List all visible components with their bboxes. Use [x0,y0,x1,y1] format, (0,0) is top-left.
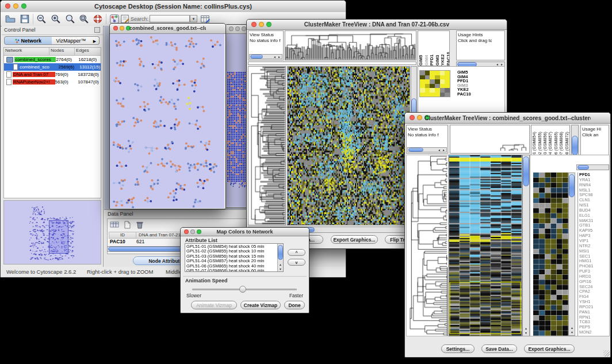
matrix-cell[interactable] [420,79,425,84]
network-tree-row[interactable]: combined_sco2569(6)13112(15) [4,63,101,71]
matrix-cell[interactable] [420,88,425,93]
minimize-button[interactable] [259,22,264,27]
network-tree-row[interactable]: RNAPuberNov2+!563(0)107847(0) [4,78,101,86]
close-button[interactable] [184,229,189,234]
minimize-button[interactable] [235,26,240,31]
tv2-save-data-button[interactable]: Save Data... [481,344,517,353]
col-header-nodes[interactable]: Nodes [49,48,75,55]
close-button[interactable] [5,3,10,9]
matrix-cell[interactable] [420,75,425,80]
new-attribute-icon[interactable] [123,220,133,231]
matrix-cell[interactable] [435,93,440,97]
column-label[interactable]: PAC10 [446,31,450,66]
network-view-titlebar[interactable]: combined_scores_good.txt--cluste... [110,24,225,34]
help-lifebuoy-icon[interactable] [93,14,103,24]
tv2-global-heatmap[interactable] [449,155,522,336]
matrix-cell[interactable] [425,84,430,89]
matrix-cell[interactable] [430,71,435,75]
network-canvas[interactable] [110,34,224,208]
delete-attribute-icon[interactable] [135,220,146,231]
matrix-cell[interactable] [430,79,435,84]
network-tree-row[interactable]: combined_scores2764(0)16218(0) [4,56,101,63]
column-label[interactable]: GIM3 [435,31,441,66]
zoom-fit-icon[interactable] [65,14,75,24]
float-panel-icon[interactable] [94,27,100,33]
attribute-list-scrollbar[interactable]: ▴▾ [277,244,283,271]
open-file-icon[interactable] [5,14,16,24]
matrix-cell[interactable] [445,79,450,84]
resize-grip[interactable] [603,350,610,357]
tv1-zoom-matrix[interactable] [419,70,450,97]
matrix-cell[interactable] [425,93,430,97]
zoom-selected-icon[interactable] [79,14,89,24]
tv2-zoom-vscrollbar[interactable]: ▴▾ [568,173,575,336]
tv2-export-graphics-button[interactable]: Export Graphics... [524,344,575,353]
tv2-genelist-hscrollbar[interactable] [576,164,609,170]
matrix-cell[interactable] [440,88,445,93]
tab-overflow-button[interactable]: ▶ [90,36,100,45]
dp-col-id[interactable]: ID [109,232,136,238]
column-label[interactable]: GIM4 [424,31,430,66]
matrix-cell[interactable] [425,88,430,93]
col-header-network[interactable]: Network [4,48,49,55]
matrix-cell[interactable] [440,79,445,84]
minimize-button[interactable] [13,3,18,9]
matrix-cell[interactable] [445,88,450,93]
tv2-row-dendrogram[interactable] [406,155,449,336]
done-button[interactable]: Done [284,301,305,309]
matrix-cell[interactable] [430,88,435,93]
matrix-cell[interactable] [440,93,445,97]
column-label[interactable]: PFD1 [429,31,435,66]
network-overview-panel[interactable] [3,200,101,265]
col-header-edges[interactable]: Edges [75,48,101,55]
column-label[interactable]: GIM5 [418,31,424,66]
matrix-cell[interactable] [445,71,450,75]
zoom-out-icon[interactable] [36,14,47,24]
matrix-cell[interactable] [440,75,445,80]
tv2-status-scrollbar[interactable]: ◂▸ [407,147,447,152]
matrix-cell[interactable] [445,75,450,80]
tv1-column-dendrogram[interactable] [285,30,416,60]
matrix-cell[interactable] [435,75,440,80]
close-button[interactable] [113,26,118,30]
row-label[interactable]: PAC10 [457,92,471,97]
matrix-cell[interactable] [430,84,435,89]
create-vizmap-button[interactable]: Create Vizmap [240,301,281,309]
animate-vizmap-button[interactable]: Animate Vizmap [191,301,237,309]
search-dropdown-button[interactable]: ▼ [190,15,197,22]
zoom-button[interactable] [242,26,246,31]
overview-canvas[interactable] [4,201,101,264]
speed-slider-thumb[interactable] [239,286,246,293]
matrix-cell[interactable] [445,84,450,89]
tv2-column-dendrogram[interactable] [450,125,530,154]
attribute-table-icon[interactable] [110,220,120,231]
matrix-cell[interactable] [420,71,425,75]
matrix-cell[interactable] [425,79,430,84]
main-titlebar[interactable]: Cytoscape Desktop (Session Name: collins… [1,1,346,13]
matrix-cell[interactable] [430,75,435,80]
tv1-row-dendrogram[interactable] [248,66,286,225]
treeview2-titlebar[interactable]: ClusterMaker TreeView : combined_scores_… [405,113,610,124]
network-tree-row[interactable]: DNA and Tran 07769(0)183728(0) [4,71,101,78]
dialog-titlebar[interactable]: Map Colors to Network [181,228,309,236]
tv1-status-scrollbar[interactable]: ◂▸ [249,54,282,59]
minimize-button[interactable] [190,229,195,234]
gene-label[interactable]: MON2 [579,330,611,335]
matrix-cell[interactable] [440,71,445,75]
move-down-button[interactable]: v [288,259,305,266]
matrix-cell[interactable] [420,84,425,89]
tab-network[interactable]: Network [4,36,52,45]
tv2-global-vscrollbar[interactable]: ▴▾ [522,155,530,336]
search-input[interactable] [150,15,190,22]
matrix-cell[interactable] [435,79,440,84]
close-button[interactable] [251,22,257,27]
column-label[interactable]: YKE2 [440,31,446,66]
matrix-cell[interactable] [440,84,445,89]
tv2-zoom-heatmap[interactable] [533,173,568,336]
tv1-heatmap-canvas[interactable] [287,66,410,225]
matrix-cell[interactable] [420,93,425,97]
matrix-cell[interactable] [435,88,440,93]
attribute-list[interactable]: GPL51-01 (GSM854) heat shock 05 minGPL51… [185,243,284,272]
matrix-cell[interactable] [425,71,430,75]
zoom-in-icon[interactable] [51,14,61,24]
